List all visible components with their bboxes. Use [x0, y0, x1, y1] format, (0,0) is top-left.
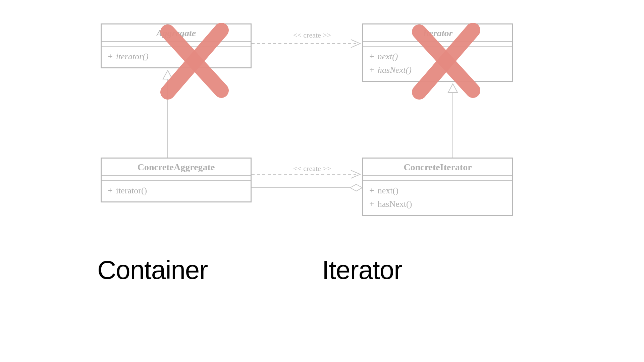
- class-iterator: Iterator +next() +hasNext(): [362, 23, 513, 82]
- class-aggregate: Aggregate +iterator(): [101, 23, 252, 68]
- class-concrete-iterator: ConcreteIterator +next() +hasNext(): [362, 158, 513, 216]
- create-label-bottom: << create >>: [292, 164, 332, 173]
- class-title: ConcreteAggregate: [102, 159, 251, 176]
- class-concrete-aggregate: ConcreteAggregate +iterator(): [101, 158, 252, 202]
- svg-marker-3: [350, 184, 362, 191]
- create-label-top: << create >>: [292, 31, 332, 40]
- class-empty-compartment: [363, 42, 512, 47]
- svg-marker-5: [163, 70, 172, 79]
- class-title: Iterator: [363, 24, 512, 42]
- class-methods: +next() +hasNext(): [363, 181, 512, 215]
- class-empty-compartment: [363, 176, 512, 181]
- uml-diagram: << create >> << create >> Aggregate +ite…: [101, 23, 547, 245]
- class-methods: +iterator(): [102, 47, 251, 67]
- svg-marker-7: [448, 84, 458, 93]
- class-empty-compartment: [102, 42, 251, 47]
- class-methods: +next() +hasNext(): [363, 47, 512, 81]
- class-empty-compartment: [102, 176, 251, 181]
- class-methods: +iterator(): [102, 181, 251, 201]
- class-title: Aggregate: [102, 24, 251, 42]
- class-title: ConcreteIterator: [363, 159, 512, 176]
- caption-iterator: Iterator: [322, 255, 402, 285]
- caption-container: Container: [97, 255, 208, 285]
